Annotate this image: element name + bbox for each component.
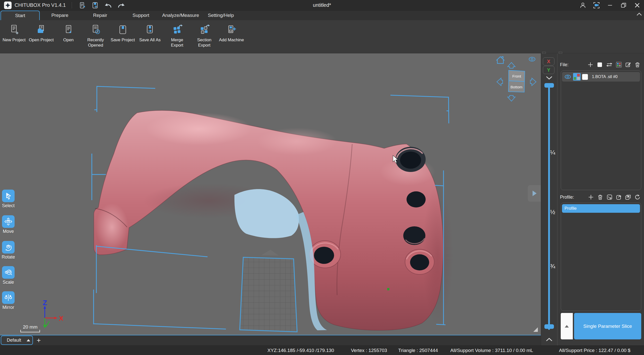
file-list-item[interactable]: 1.BOTA .stl #0: [562, 72, 640, 82]
collapse-ribbon-icon[interactable]: [636, 12, 642, 17]
tool-mirror[interactable]: Mirror: [0, 291, 17, 310]
export-all-profiles-icon[interactable]: [625, 194, 631, 200]
clip-axis-x-label: X: [547, 59, 550, 64]
rename-icon[interactable]: [625, 62, 631, 68]
section-export-button[interactable]: Section Export: [191, 20, 218, 53]
tool-rotate-label: Rotate: [0, 255, 17, 260]
model-hole-foot: [309, 241, 341, 268]
merge-export-button[interactable]: Merge Export: [164, 20, 191, 53]
nav-arrow-up[interactable]: [508, 62, 515, 68]
nav-cube[interactable]: Front Bottom: [508, 70, 525, 92]
add-workspace-tab-button[interactable]: +: [34, 336, 43, 345]
clip-axis-y-label: Y: [547, 67, 550, 73]
tab-setting-help[interactable]: Setting/Help: [201, 11, 240, 20]
tool-scale[interactable]: Scale: [0, 266, 17, 285]
new-doc-icon[interactable]: [76, 1, 88, 10]
close-icon[interactable]: [630, 0, 644, 11]
open-project-label: Open Project: [29, 37, 54, 43]
nav-arrow-right[interactable]: [530, 78, 536, 86]
add-tab-label: +: [37, 336, 41, 344]
clip-slider-track[interactable]: [548, 86, 550, 330]
save-project-button[interactable]: Save Project: [109, 20, 136, 53]
strip-drag-handle[interactable]: [542, 52, 546, 54]
add-file-icon[interactable]: [587, 62, 593, 68]
undo-icon[interactable]: [103, 1, 114, 10]
tool-scale-label: Scale: [0, 280, 17, 285]
tab-start[interactable]: Start: [1, 11, 40, 20]
model-hole-top: [395, 147, 426, 172]
dropdown-up-triangle-icon: [565, 325, 569, 328]
workspace-tab-bar: Default +: [0, 335, 541, 345]
screen-record-icon[interactable]: [590, 0, 603, 11]
panel-drag-handle[interactable]: [559, 52, 562, 54]
save-all-as-icon: [144, 23, 156, 36]
chevron-up-icon[interactable]: [545, 337, 553, 343]
chevron-down-icon[interactable]: [545, 76, 553, 81]
open-icon: [63, 23, 74, 36]
tool-select[interactable]: Select: [0, 190, 17, 208]
slice-mode-dropdown[interactable]: [561, 313, 573, 339]
new-project-icon: [8, 23, 20, 36]
profile-list-item-selected[interactable]: Profile: [562, 204, 640, 213]
export-profile-icon[interactable]: [616, 194, 622, 200]
redo-icon[interactable]: [116, 1, 127, 10]
delete-file-icon[interactable]: [634, 62, 640, 68]
save-all-as-button[interactable]: Save All As: [136, 20, 164, 53]
clip-slider-handle-top[interactable]: [544, 83, 554, 88]
mouse-cursor: [392, 155, 399, 164]
move-icon: [2, 215, 15, 228]
tool-move[interactable]: Move: [0, 215, 17, 234]
open-button[interactable]: Open: [55, 20, 82, 53]
expand-panel-icon[interactable]: [528, 185, 541, 202]
home-icon[interactable]: [496, 57, 504, 63]
app-logo-icon: [4, 2, 12, 9]
add-profile-icon[interactable]: [588, 194, 594, 200]
nav-arrow-down[interactable]: [508, 95, 515, 101]
tab-support-label: Support: [133, 13, 149, 18]
profile-section-label: Profile:: [560, 195, 574, 200]
tool-rotate[interactable]: Rotate: [0, 241, 17, 260]
add-machine-button[interactable]: Add Machine: [218, 20, 245, 53]
import-profile-icon[interactable]: [607, 194, 613, 200]
slice-controls: Single Parameter Slice: [561, 313, 641, 339]
user-icon[interactable]: [576, 0, 590, 11]
tab-support[interactable]: Support: [126, 11, 156, 20]
nav-cube-widget[interactable]: Front Bottom: [494, 54, 541, 104]
tab-up-triangle-icon: [27, 339, 30, 341]
chitubox-app-window: CHITUBOX Pro V1.4.1 untitled*: [0, 0, 644, 355]
open-project-button[interactable]: Open Project: [28, 20, 55, 53]
profile-name: Profile: [565, 206, 577, 211]
clip-axis-y-button[interactable]: Y: [543, 66, 554, 74]
minimize-icon[interactable]: [603, 0, 617, 11]
single-parameter-slice-button[interactable]: Single Parameter Slice: [574, 313, 641, 339]
save-icon[interactable]: [90, 1, 101, 10]
maximize-icon[interactable]: [617, 0, 630, 11]
clip-axis-x-button[interactable]: X: [543, 57, 554, 65]
tab-analyze-measure[interactable]: Analyze/Measure: [161, 11, 200, 20]
slice-button-label: Single Parameter Slice: [583, 324, 632, 329]
delete-profile-icon[interactable]: [597, 194, 603, 200]
viewport-resize-grip[interactable]: [533, 327, 538, 332]
swap-icon[interactable]: [606, 62, 613, 68]
tab-prepare[interactable]: Prepare: [45, 11, 74, 20]
file-checkbox[interactable]: [582, 74, 588, 80]
new-project-button[interactable]: New Project: [1, 20, 28, 53]
view-eye-icon[interactable]: [529, 57, 535, 61]
nav-cube-bottom-label: Bottom: [510, 85, 522, 89]
z-axis-label: Z: [43, 299, 47, 307]
clip-plane[interactable]: [240, 250, 297, 332]
select-all-icon[interactable]: [597, 62, 603, 68]
tab-start-label: Start: [15, 13, 25, 18]
scale-icon: [2, 266, 15, 279]
workspace-tab-default[interactable]: Default: [1, 336, 33, 345]
nav-arrow-left[interactable]: [497, 78, 503, 86]
tab-repair[interactable]: Repair: [86, 11, 115, 20]
open-project-icon: [35, 23, 47, 36]
refresh-profiles-icon[interactable]: [634, 194, 640, 200]
batch-select-icon[interactable]: [616, 62, 622, 68]
recently-opened-button[interactable]: Recently Opened: [82, 20, 109, 53]
clip-slider-handle-bottom[interactable]: [544, 324, 554, 329]
workspace-tab-label: Default: [1, 338, 27, 343]
visibility-eye-icon[interactable]: [565, 74, 571, 80]
viewport-3d[interactable]: Front Bottom Select Move Rotate: [0, 53, 541, 335]
